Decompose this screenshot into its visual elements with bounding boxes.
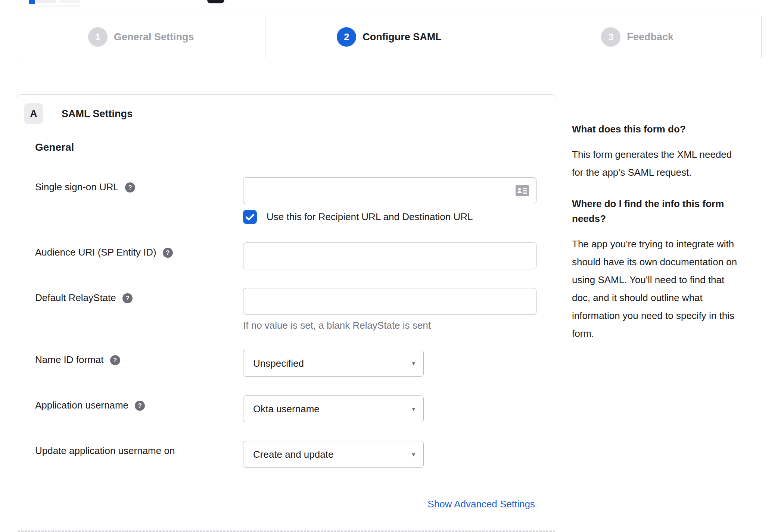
- step-number-badge: 1: [88, 27, 108, 47]
- app-username-control: Okta username ▾: [243, 395, 538, 422]
- name-id-format-row: Name ID format ? Unspecified ▾: [35, 350, 556, 377]
- sso-url-row: Single sign-on URL ?: [35, 177, 556, 224]
- audience-uri-input-wrap: [243, 242, 536, 269]
- update-username-select[interactable]: Create and update ▾: [243, 441, 424, 468]
- section-header: A SAML Settings: [24, 103, 556, 124]
- relay-state-row: Default RelayState ? If no value is set,…: [35, 288, 556, 331]
- section-a-badge: A: [24, 103, 43, 124]
- help-sidebar: What does this form do? This form genera…: [572, 122, 742, 357]
- help-icon[interactable]: ?: [122, 293, 133, 303]
- name-id-format-label-wrap: Name ID format ?: [35, 350, 243, 377]
- help-body-2: The app you're trying to integrate with …: [572, 235, 742, 342]
- step-feedback[interactable]: 3 Feedback: [513, 16, 761, 58]
- step-label: Feedback: [627, 31, 673, 43]
- recipient-url-checkbox[interactable]: [243, 210, 257, 224]
- app-username-label-wrap: Application username ?: [35, 395, 243, 422]
- cutoff-header-fragment-blue: [29, 0, 35, 4]
- audience-uri-input[interactable]: [243, 242, 536, 269]
- help-heading-1: What does this form do?: [572, 122, 742, 137]
- help-icon[interactable]: ?: [125, 182, 135, 193]
- help-heading-2: Where do I find the info this form needs…: [572, 196, 742, 226]
- recipient-url-checkbox-label: Use this for Recipient URL and Destinati…: [267, 211, 473, 223]
- help-body-1: This form generates the XML needed for t…: [572, 145, 742, 181]
- sso-url-control: Use this for Recipient URL and Destinati…: [243, 177, 538, 224]
- relay-state-label-wrap: Default RelayState ?: [35, 288, 243, 331]
- wizard-stepper: 1 General Settings 2 Configure SAML 3 Fe…: [17, 16, 762, 58]
- sso-url-label: Single sign-on URL: [35, 181, 119, 193]
- relay-state-control: If no value is set, a blank RelayState i…: [243, 288, 538, 331]
- cutoff-header-fragment: [60, 0, 80, 3]
- sso-url-input[interactable]: [243, 177, 536, 204]
- cutoff-header-fragment: [36, 0, 56, 3]
- app-username-select[interactable]: Okta username ▾: [243, 395, 424, 422]
- step-general-settings[interactable]: 1 General Settings: [17, 16, 265, 58]
- audience-uri-label: Audience URI (SP Entity ID): [35, 247, 156, 258]
- name-id-format-label: Name ID format: [35, 354, 104, 366]
- recipient-url-checkbox-row: Use this for Recipient URL and Destinati…: [243, 210, 538, 224]
- update-username-control: Create and update ▾: [243, 441, 538, 468]
- configure-saml-page: 1 General Settings 2 Configure SAML 3 Fe…: [0, 0, 781, 532]
- update-username-label: Update application username on: [35, 445, 175, 457]
- chevron-down-icon: ▾: [412, 451, 415, 459]
- show-advanced-settings-link[interactable]: Show Advanced Settings: [427, 498, 535, 510]
- app-username-row: Application username ? Okta username ▾: [35, 395, 556, 422]
- cutoff-header-fragment-dark: [207, 0, 224, 3]
- update-username-label-wrap: Update application username on: [35, 441, 243, 468]
- section-divider: [18, 531, 555, 532]
- sso-url-label-wrap: Single sign-on URL ?: [35, 177, 243, 224]
- relay-state-hint: If no value is set, a blank RelayState i…: [243, 320, 538, 331]
- step-number-badge: 3: [601, 27, 620, 47]
- name-id-format-select[interactable]: Unspecified ▾: [243, 350, 424, 377]
- advanced-settings-row: Show Advanced Settings: [35, 498, 556, 510]
- chevron-down-icon: ▾: [412, 405, 415, 413]
- relay-state-input[interactable]: [243, 288, 536, 315]
- relay-state-label: Default RelayState: [35, 292, 116, 304]
- name-id-format-value: Unspecified: [253, 358, 304, 369]
- audience-uri-control: [243, 242, 538, 269]
- help-icon[interactable]: ?: [163, 248, 173, 258]
- cutoff-header-fragment: [36, 5, 80, 7]
- contact-card-icon: [516, 185, 529, 196]
- app-username-label: Application username: [35, 400, 128, 411]
- step-label: General Settings: [114, 31, 194, 43]
- app-username-value: Okta username: [253, 403, 320, 415]
- sso-url-input-wrap: [243, 177, 536, 204]
- checkmark-icon: [246, 214, 254, 220]
- saml-form: Single sign-on URL ?: [35, 177, 556, 510]
- step-number-badge: 2: [337, 27, 356, 47]
- section-title: SAML Settings: [62, 108, 133, 120]
- step-label: Configure SAML: [363, 31, 441, 43]
- general-heading: General: [35, 141, 556, 153]
- update-username-value: Create and update: [253, 449, 333, 460]
- update-username-row: Update application username on Create an…: [35, 441, 556, 468]
- step-configure-saml[interactable]: 2 Configure SAML: [265, 16, 513, 58]
- chevron-down-icon: ▾: [412, 360, 415, 367]
- relay-state-input-wrap: [243, 288, 536, 315]
- help-icon[interactable]: ?: [135, 401, 145, 411]
- help-icon[interactable]: ?: [110, 355, 120, 365]
- saml-settings-card: A SAML Settings General Single sign-on U…: [17, 94, 556, 532]
- name-id-format-control: Unspecified ▾: [243, 350, 538, 377]
- audience-uri-row: Audience URI (SP Entity ID) ?: [35, 242, 556, 269]
- audience-uri-label-wrap: Audience URI (SP Entity ID) ?: [35, 242, 243, 269]
